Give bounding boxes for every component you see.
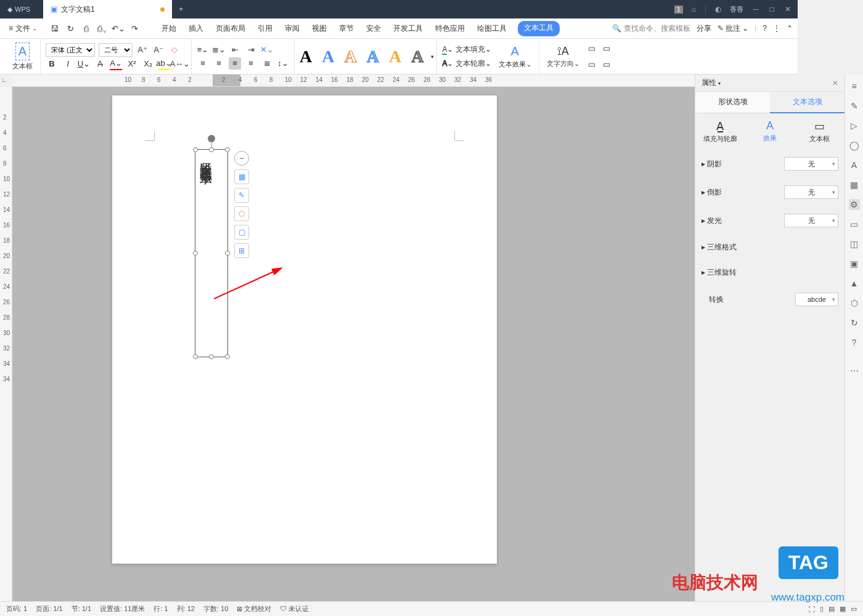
ruler-corner-icon[interactable]: ∟ xyxy=(1,76,7,83)
user-avatar-icon[interactable]: ◐ xyxy=(715,5,721,14)
textbox-text[interactable]: 竖排文字怎么居中显示 xyxy=(195,150,217,167)
print-icon[interactable]: ⎙ xyxy=(80,22,92,34)
clear-format-icon[interactable]: ◇ xyxy=(168,44,181,56)
font-color-icon[interactable]: A⌄ xyxy=(110,58,122,70)
float-wrap-icon[interactable]: ▦ xyxy=(234,169,249,184)
vertical-textbox[interactable]: 竖排文字怎么居中显示 xyxy=(195,149,228,357)
tab-drawing[interactable]: 绘图工具 xyxy=(476,21,508,36)
resize-handle-br[interactable] xyxy=(225,354,230,359)
next-textbox-icon[interactable]: ▭ xyxy=(600,59,613,71)
tab-view[interactable]: 视图 xyxy=(311,21,328,36)
break-link-icon[interactable]: ▭ xyxy=(586,59,598,71)
collapse-ribbon-icon[interactable]: ⌃ xyxy=(787,24,793,33)
chevron-down-icon[interactable]: ▾ xyxy=(718,81,721,86)
tab-reference[interactable]: 引用 xyxy=(256,21,274,36)
resize-handle-b[interactable] xyxy=(209,354,214,359)
save-icon[interactable]: 🖫 xyxy=(48,22,60,34)
resize-handle-tl[interactable] xyxy=(193,147,198,152)
tab-modified-dot[interactable] xyxy=(160,7,165,12)
align-center-icon[interactable]: ≡ xyxy=(213,57,225,70)
wordart-style-3[interactable]: A xyxy=(339,47,361,67)
resize-handle-bl[interactable] xyxy=(193,354,198,359)
new-tab-button[interactable]: + xyxy=(172,5,190,14)
panel-tab-shape[interactable]: 形状选项 xyxy=(695,92,770,113)
more-icon[interactable]: ⋮ xyxy=(773,24,780,33)
subtab-fill[interactable]: A̲填充与轮廓 xyxy=(695,118,745,145)
prop-glow[interactable]: ▸ 发光 无 xyxy=(701,206,798,235)
bullet-list-icon[interactable]: ≡⌄ xyxy=(197,44,209,56)
subtab-textbox[interactable]: ▭文本框 xyxy=(795,118,798,145)
number-list-icon[interactable]: ≣⌄ xyxy=(213,44,225,56)
shadow-dropdown[interactable]: 无 xyxy=(784,157,798,171)
resize-handle-tr[interactable] xyxy=(225,147,230,152)
wordart-more-icon[interactable]: ▾ xyxy=(428,54,436,60)
text-effects-button[interactable]: A 文本效果⌄ xyxy=(496,44,534,69)
tab-review[interactable]: 审阅 xyxy=(284,21,301,36)
tab-start[interactable]: 开始 xyxy=(160,21,178,36)
horizontal-ruler[interactable]: 10 8 6 4 2 2 4 6 8 10 12 14 16 18 20 22 … xyxy=(12,75,798,87)
prop-reflection[interactable]: ▸ 倒影 无 xyxy=(701,178,798,206)
maximize-button[interactable]: □ xyxy=(768,6,775,13)
wordart-style-1[interactable]: A xyxy=(295,47,317,67)
app-menu-icon[interactable]: ⌂ xyxy=(692,5,696,14)
resize-handle-l[interactable] xyxy=(193,251,198,256)
strike-icon[interactable]: A̶ xyxy=(94,58,106,70)
font-name-select[interactable]: 宋体 (正文) xyxy=(46,43,95,57)
text-direction-toggle-icon[interactable]: ✕⌄ xyxy=(261,44,273,56)
text-direction-button[interactable]: ⟟A 文字方向⌄ xyxy=(544,45,582,68)
help-icon[interactable]: ? xyxy=(763,24,767,33)
document-tab[interactable]: ▣ 文字文稿1 xyxy=(43,0,172,18)
reflection-dropdown[interactable]: 无 xyxy=(784,185,798,199)
document-area[interactable]: 竖排文字怎么居中显示 − ▦ ✎ ⬠ ▢ ⊞ xyxy=(12,87,695,569)
resize-handle-t[interactable] xyxy=(209,147,214,152)
bold-icon[interactable]: B xyxy=(46,58,58,70)
file-menu[interactable]: ≡ 文件 ⌄ xyxy=(5,22,41,36)
tab-section[interactable]: 章节 xyxy=(338,21,355,36)
char-spacing-icon[interactable]: A↔⌄ xyxy=(174,58,186,70)
glow-dropdown[interactable]: 无 xyxy=(784,214,798,227)
text-outline-button[interactable]: A⌄ 文本轮廓⌄ xyxy=(442,59,491,69)
print-direct-icon[interactable]: ⎙⌄ xyxy=(96,22,108,34)
tab-text-tools[interactable]: 文本工具 xyxy=(518,21,560,36)
text-fill-button[interactable]: A⌄ 文本填充⌄ xyxy=(442,44,491,55)
undo-icon[interactable]: ↶⌄ xyxy=(112,22,125,34)
user-name[interactable]: 香香 xyxy=(730,5,743,14)
tab-special[interactable]: 特色应用 xyxy=(434,21,466,36)
transform-dropdown[interactable]: abcde xyxy=(795,293,798,306)
minimize-button[interactable]: ─ xyxy=(752,6,759,13)
shrink-font-icon[interactable]: A⁻ xyxy=(152,44,165,56)
float-edit-icon[interactable]: ✎ xyxy=(234,188,249,203)
command-search[interactable]: 🔍 查找命令、搜索模板 xyxy=(612,23,690,34)
prev-textbox-icon[interactable]: ▭ xyxy=(600,43,613,55)
underline-icon[interactable]: U⌄ xyxy=(78,58,90,70)
comment-button[interactable]: ✎ 批注 ⌄ xyxy=(718,23,749,34)
float-outline-icon[interactable]: ▢ xyxy=(234,225,249,240)
rotate-handle[interactable] xyxy=(208,135,215,142)
prop-3d-rotate[interactable]: ▸ 三维旋转 xyxy=(701,260,798,285)
badge-icon[interactable]: 1 xyxy=(674,6,683,14)
increase-indent-icon[interactable]: ⇥ xyxy=(245,44,257,56)
grow-font-icon[interactable]: A⁺ xyxy=(136,44,149,56)
align-justify-icon[interactable]: ≡ xyxy=(245,57,257,70)
page[interactable]: 竖排文字怎么居中显示 − ▦ ✎ ⬠ ▢ ⊞ xyxy=(112,95,497,564)
font-size-select[interactable]: 二号 xyxy=(99,43,133,57)
highlight-icon[interactable]: ab⌄ xyxy=(158,58,170,70)
prop-3d-format[interactable]: ▸ 三维格式 xyxy=(701,235,798,260)
redo-icon[interactable]: ↷ xyxy=(128,22,141,34)
italic-icon[interactable]: I xyxy=(62,58,74,70)
vertical-ruler[interactable]: 2 4 6 8 10 12 14 16 18 20 22 24 26 28 30… xyxy=(0,87,12,569)
wordart-style-4[interactable]: A xyxy=(362,47,384,67)
float-collapse-icon[interactable]: − xyxy=(234,151,249,166)
close-button[interactable]: ✕ xyxy=(784,6,791,13)
subscript-icon[interactable]: X₂ xyxy=(142,58,154,70)
align-distribute-icon[interactable]: ≣ xyxy=(261,57,273,70)
link-textbox-icon[interactable]: ▭ xyxy=(586,43,598,55)
textbox-button[interactable]: A 文本框 xyxy=(10,43,35,71)
tab-insert[interactable]: 插入 xyxy=(187,21,205,36)
subtab-effects[interactable]: A效果 xyxy=(745,118,795,145)
tab-layout[interactable]: 页面布局 xyxy=(215,21,247,36)
line-spacing-icon[interactable]: ↕⌄ xyxy=(277,57,289,70)
share-button[interactable]: 分享 xyxy=(697,23,711,34)
tab-security[interactable]: 安全 xyxy=(365,21,382,36)
resize-handle-r[interactable] xyxy=(225,251,230,256)
